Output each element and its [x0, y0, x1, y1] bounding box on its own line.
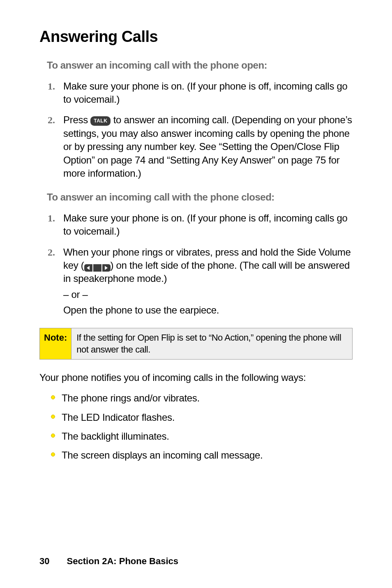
bullet-text: The backlight illuminates. [62, 430, 353, 443]
note-label: Note: [40, 328, 71, 359]
step-number: 1. [39, 212, 63, 238]
notify-bullet-list: The phone rings and/or vibrates. The LED… [51, 392, 353, 462]
list-item: The LED Indicator flashes. [51, 411, 353, 424]
note-box: Note: If the setting for Open Flip is se… [39, 328, 353, 360]
bullet-text: The phone rings and/or vibrates. [62, 392, 353, 405]
step-text: Press TALK to answer an incoming call. (… [63, 113, 353, 180]
side-volume-key-icon [84, 264, 111, 272]
page-heading: Answering Calls [39, 26, 353, 47]
bullet-icon [51, 452, 55, 457]
bullet-icon [51, 434, 55, 438]
subheading-phone-open: To answer an incoming call with the phon… [47, 59, 353, 72]
subheading-phone-closed: To answer an incoming call with the phon… [47, 191, 353, 204]
bullet-text: The screen displays an incoming call mes… [62, 449, 353, 462]
steps-phone-closed: 1. Make sure your phone is on. (If your … [39, 212, 353, 317]
step-item: 1. Make sure your phone is on. (If your … [39, 80, 353, 106]
list-item: The screen displays an incoming call mes… [51, 449, 353, 462]
or-separator: – or – [63, 288, 353, 301]
step-number: 1. [39, 80, 63, 106]
step-item: 2. Press TALK to answer an incoming call… [39, 113, 353, 180]
step-fragment: Open the phone to use the earpiece. [63, 304, 219, 316]
step-text: When your phone rings or vibrates, press… [63, 246, 353, 317]
step-item: 1. Make sure your phone is on. (If your … [39, 212, 353, 238]
step-item: 2. When your phone rings or vibrates, pr… [39, 246, 353, 317]
paragraph-notify: Your phone notifies you of incoming call… [39, 371, 353, 384]
step-fragment: Press [63, 114, 90, 125]
step-fragment: ) on the left side of the phone. (The ca… [63, 260, 350, 284]
section-label: Section 2A: Phone Basics [67, 556, 178, 566]
bullet-icon [51, 395, 55, 399]
bullet-text: The LED Indicator flashes. [62, 411, 353, 424]
bullet-icon [51, 415, 55, 419]
step-text: Make sure your phone is on. (If your pho… [63, 80, 353, 106]
step-text: Make sure your phone is on. (If your pho… [63, 212, 353, 238]
list-item: The backlight illuminates. [51, 430, 353, 443]
note-body: If the setting for Open Flip is set to “… [71, 328, 352, 359]
list-item: The phone rings and/or vibrates. [51, 392, 353, 405]
page-footer: 30 Section 2A: Phone Basics [39, 555, 178, 567]
page-number: 30 [39, 556, 49, 566]
step-number: 2. [39, 113, 63, 180]
talk-key-icon: TALK [90, 116, 111, 125]
steps-phone-open: 1. Make sure your phone is on. (If your … [39, 80, 353, 180]
step-number: 2. [39, 246, 63, 317]
